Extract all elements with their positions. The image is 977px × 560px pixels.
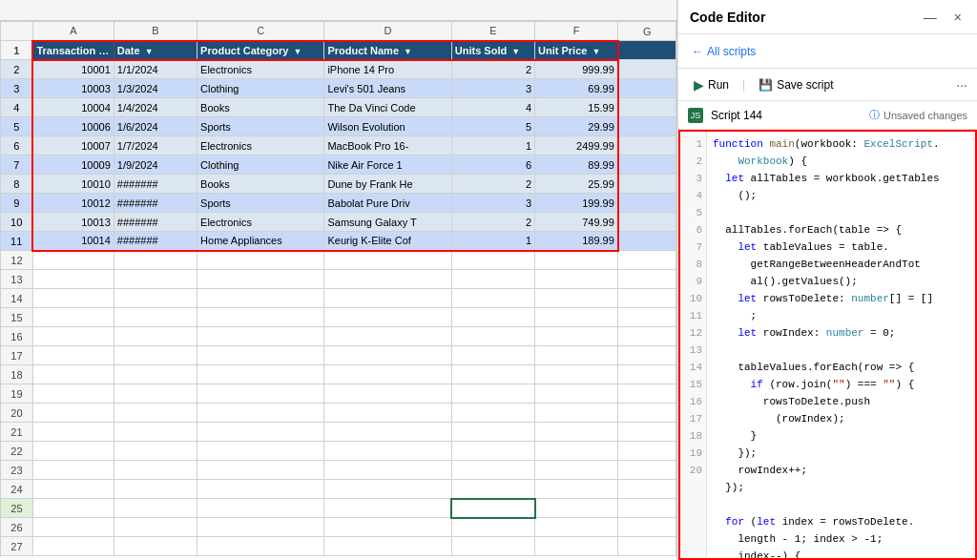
- cell-b4[interactable]: 1/4/2024: [114, 98, 197, 117]
- cell-c7[interactable]: Clothing: [197, 156, 324, 175]
- cell-d7[interactable]: Nike Air Force 1: [324, 156, 451, 175]
- cell-b11[interactable]: #######: [114, 232, 197, 251]
- cell-b2[interactable]: 1/1/2024: [114, 60, 197, 79]
- col-d-header[interactable]: D: [324, 22, 451, 41]
- more-options-button[interactable]: ···: [956, 77, 967, 93]
- col-c-header[interactable]: C: [197, 22, 324, 41]
- cell-g7[interactable]: [618, 156, 676, 175]
- all-scripts-toolbar: ← All scripts: [678, 34, 977, 69]
- cell-f4[interactable]: 15.99: [535, 98, 618, 117]
- col-e-header[interactable]: E: [451, 22, 534, 41]
- cell-c9[interactable]: Sports: [197, 194, 324, 213]
- cell-g11[interactable]: [618, 232, 676, 251]
- col-f-header[interactable]: F: [535, 22, 618, 41]
- cell-d10[interactable]: Samsung Galaxy T: [324, 213, 451, 232]
- cell-c4[interactable]: Books: [197, 98, 324, 117]
- cell-c5[interactable]: Sports: [197, 117, 324, 136]
- cell-f7[interactable]: 89.99: [535, 156, 618, 175]
- cell-e5[interactable]: 5: [451, 117, 534, 136]
- cell-d11[interactable]: Keurig K-Elite Cof: [324, 232, 451, 251]
- info-icon: ⓘ: [869, 108, 880, 122]
- col-a-header[interactable]: A: [32, 22, 114, 41]
- table-row: 7 10009 1/9/2024 Clothing Nike Air Force…: [1, 156, 676, 175]
- row-num-1: 1: [1, 41, 33, 60]
- cell-f8[interactable]: 25.99: [535, 175, 618, 194]
- cell-d8[interactable]: Dune by Frank He: [324, 175, 451, 194]
- cell-e4[interactable]: 4: [451, 98, 534, 117]
- cell-e11[interactable]: 1: [451, 232, 534, 251]
- cell-b9[interactable]: #######: [114, 194, 197, 213]
- cell-a9[interactable]: 10012: [32, 194, 114, 213]
- cell-a7[interactable]: 10009: [32, 156, 114, 175]
- cell-d2[interactable]: iPhone 14 Pro: [324, 60, 451, 79]
- cell-c8[interactable]: Books: [197, 175, 324, 194]
- cell-d4[interactable]: The Da Vinci Code: [324, 98, 451, 117]
- run-button[interactable]: ▶ Run: [688, 75, 735, 94]
- cell-c2[interactable]: Electronics: [197, 60, 324, 79]
- cell-g2[interactable]: [618, 60, 676, 79]
- cell-g10[interactable]: [618, 213, 676, 232]
- empty-row: 18: [1, 365, 676, 384]
- cell-a2[interactable]: 10001: [32, 60, 114, 79]
- cell-b8[interactable]: #######: [114, 175, 197, 194]
- close-button[interactable]: ×: [950, 8, 966, 27]
- cell-b5[interactable]: 1/6/2024: [114, 117, 197, 136]
- cell-e9[interactable]: 3: [451, 194, 534, 213]
- cell-f10[interactable]: 749.99: [535, 213, 618, 232]
- cell-a11[interactable]: 10014: [32, 232, 114, 251]
- run-save-toolbar: ▶ Run | 💾 Save script ···: [678, 69, 977, 101]
- cell-e10[interactable]: 2: [451, 213, 534, 232]
- cell-a6[interactable]: 10007: [32, 136, 114, 156]
- cell-c11[interactable]: Home Appliances: [197, 232, 324, 251]
- cell-f11[interactable]: 189.99: [535, 232, 618, 251]
- cell-g4[interactable]: [618, 98, 676, 117]
- cell-a4[interactable]: 10004: [32, 98, 114, 117]
- script-name-bar: JS Script 144 ⓘ Unsaved changes: [678, 101, 977, 130]
- cell-d9[interactable]: Babolat Pure Driv: [324, 194, 451, 213]
- cell-g5[interactable]: [618, 117, 676, 136]
- cell-c10[interactable]: Electronics: [197, 213, 324, 232]
- cell-d3[interactable]: Levi's 501 Jeans: [324, 79, 451, 98]
- cell-g9[interactable]: [618, 194, 676, 213]
- col-b-header[interactable]: B: [114, 22, 197, 41]
- col-g-header[interactable]: G: [618, 22, 676, 41]
- cell-d6[interactable]: MacBook Pro 16-: [324, 136, 451, 156]
- cell-c3[interactable]: Clothing: [197, 79, 324, 98]
- cell-g8[interactable]: [618, 175, 676, 194]
- back-arrow-icon: ←: [692, 45, 703, 58]
- cell-f6[interactable]: 2499.99: [535, 136, 618, 156]
- cell-f9[interactable]: 199.99: [535, 194, 618, 213]
- table-row: 9 10012 ####### Sports Babolat Pure Driv…: [1, 194, 676, 213]
- cell-e3[interactable]: 3: [451, 79, 534, 98]
- code-text-area[interactable]: function main(workbook: ExcelScript. Wor…: [707, 132, 975, 558]
- cell-a5[interactable]: 10006: [32, 117, 114, 136]
- cell-e8[interactable]: 2: [451, 175, 534, 194]
- unsaved-label: Unsaved changes: [883, 110, 967, 121]
- cell-a10[interactable]: 10013: [32, 213, 114, 232]
- cell-f3[interactable]: 69.99: [535, 79, 618, 98]
- back-to-all-scripts-button[interactable]: ← All scripts: [688, 43, 759, 60]
- cell-a8[interactable]: 10010: [32, 175, 114, 194]
- cell-b10[interactable]: #######: [114, 213, 197, 232]
- header-units-sold: Units Sold ▼: [451, 41, 534, 60]
- cell-g6[interactable]: [618, 136, 676, 156]
- titlebar-icons: — ×: [920, 8, 966, 27]
- cell-b7[interactable]: 1/9/2024: [114, 156, 197, 175]
- cell-a3[interactable]: 10003: [32, 79, 114, 98]
- empty-row: 24: [1, 480, 676, 499]
- cell-g3[interactable]: [618, 79, 676, 98]
- cell-e6[interactable]: 1: [451, 136, 534, 156]
- cell-d5[interactable]: Wilson Evolution: [324, 117, 451, 136]
- save-script-button[interactable]: 💾 Save script: [753, 76, 839, 93]
- cell-e2[interactable]: 2: [451, 60, 534, 79]
- minimize-button[interactable]: —: [920, 8, 941, 27]
- cell-b6[interactable]: 1/7/2024: [114, 136, 197, 156]
- row-num: 10: [1, 213, 33, 232]
- cell-f5[interactable]: 29.99: [535, 117, 618, 136]
- cell-f2[interactable]: 999.99: [535, 60, 618, 79]
- cell-b3[interactable]: 1/3/2024: [114, 79, 197, 98]
- cell-c6[interactable]: Electronics: [197, 136, 324, 156]
- save-label: Save script: [777, 78, 833, 92]
- selected-cell-e25[interactable]: [451, 499, 534, 518]
- cell-e7[interactable]: 6: [451, 156, 534, 175]
